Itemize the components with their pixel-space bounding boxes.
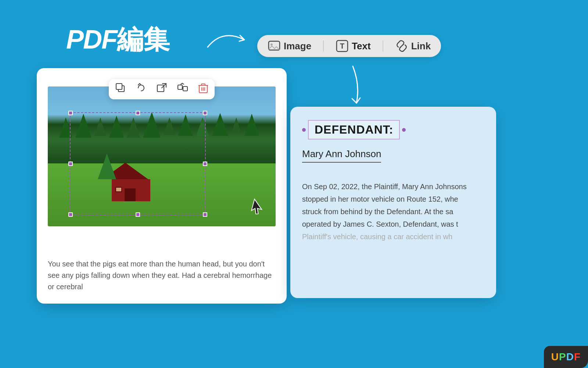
defendant-name: Mary Ann Johnson bbox=[302, 148, 381, 163]
app-title: PDF編集 bbox=[66, 22, 170, 57]
right-pdf-card: DEFENDANT: Mary Ann Johnson On Sep 02, 2… bbox=[290, 107, 496, 298]
header-area: PDF編集 bbox=[66, 22, 170, 57]
handle-tr bbox=[203, 111, 207, 115]
farm-image bbox=[48, 86, 276, 226]
link-label: Link bbox=[411, 40, 431, 52]
left-card-body-text: You see that the pigs eat more than the … bbox=[48, 258, 276, 293]
svg-rect-7 bbox=[157, 85, 164, 92]
link-icon bbox=[395, 39, 408, 53]
selection-overlay bbox=[70, 112, 206, 215]
dot-left bbox=[302, 128, 306, 132]
handle-bl bbox=[68, 212, 73, 217]
handle-ml bbox=[68, 162, 73, 166]
toolbar-pill: Image T Text Link bbox=[257, 35, 441, 57]
handle-br bbox=[203, 212, 207, 217]
logo-u: U bbox=[551, 351, 559, 362]
extract-icon[interactable] bbox=[157, 83, 167, 96]
svg-rect-6 bbox=[116, 84, 122, 89]
defendant-title: DEFENDANT: bbox=[315, 123, 393, 136]
replace-icon[interactable] bbox=[177, 83, 188, 96]
body-text-content: You see that the pigs eat more than the … bbox=[48, 260, 272, 291]
defendant-label-row: DEFENDANT: bbox=[302, 120, 484, 139]
handle-mr bbox=[203, 162, 207, 166]
down-arrow-decoration bbox=[338, 63, 382, 110]
logo-d: D bbox=[566, 351, 574, 362]
curved-arrow-decoration bbox=[200, 25, 259, 62]
dot-right bbox=[402, 128, 406, 132]
handle-tm bbox=[136, 111, 140, 115]
image-label: Image bbox=[284, 40, 311, 52]
toolbar-item-image[interactable]: Image bbox=[268, 39, 311, 53]
send-back-icon[interactable] bbox=[115, 83, 126, 96]
toolbar-divider-1 bbox=[323, 40, 324, 52]
kanji-text: 編集 bbox=[117, 25, 170, 54]
text-label: Text bbox=[352, 40, 371, 52]
toolbar-item-text[interactable]: T Text bbox=[336, 39, 371, 53]
logo-f: F bbox=[574, 351, 581, 362]
toolbar-divider-2 bbox=[383, 40, 383, 52]
defendant-box: DEFENDANT: bbox=[308, 120, 400, 139]
svg-rect-9 bbox=[183, 86, 187, 91]
svg-text:T: T bbox=[340, 42, 344, 50]
document-body-text: On Sep 02, 2022, the Plaintiff, Mary Ann… bbox=[302, 180, 484, 243]
pdf-text: PDF bbox=[66, 25, 117, 54]
rotate-icon[interactable] bbox=[136, 83, 146, 96]
svg-line-4 bbox=[400, 44, 404, 48]
svg-rect-8 bbox=[178, 85, 182, 89]
updf-logo: UPDF bbox=[544, 346, 588, 368]
image-icon bbox=[268, 39, 281, 53]
defendant-name-container: Mary Ann Johnson bbox=[302, 148, 484, 171]
image-edit-container bbox=[48, 79, 276, 234]
handle-tl bbox=[68, 111, 73, 115]
delete-icon[interactable] bbox=[198, 83, 208, 96]
updf-logo-text: UPDF bbox=[551, 351, 581, 363]
logo-p: P bbox=[559, 351, 566, 362]
left-pdf-card: You see that the pigs eat more than the … bbox=[37, 68, 287, 304]
document-body-content: On Sep 02, 2022, the Plaintiff, Mary Ann… bbox=[302, 183, 467, 241]
handle-bm bbox=[136, 212, 140, 217]
image-toolbar bbox=[109, 79, 215, 99]
toolbar-item-link[interactable]: Link bbox=[395, 39, 431, 53]
text-icon: T bbox=[336, 39, 349, 53]
svg-point-1 bbox=[270, 43, 273, 46]
